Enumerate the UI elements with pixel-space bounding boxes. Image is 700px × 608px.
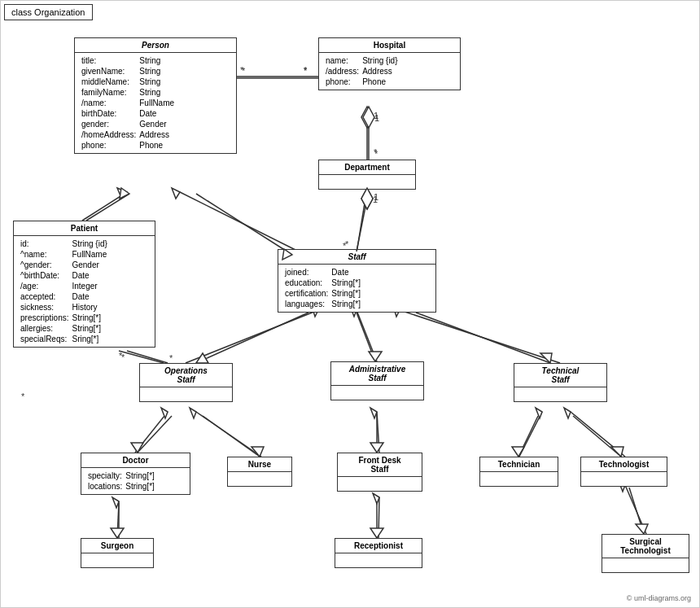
svg-text:*: * <box>21 391 25 401</box>
class-patient: Patient id:String {id} ^name:FullName ^g… <box>13 221 155 348</box>
class-patient-header: Patient <box>14 221 155 236</box>
svg-line-19 <box>400 310 560 363</box>
svg-line-76 <box>117 503 119 538</box>
class-tech-staff-header: TechnicalStaff <box>514 364 606 387</box>
svg-text:*: * <box>304 65 308 75</box>
svg-text:*: * <box>169 353 173 363</box>
class-person: Person title:String givenName:String mid… <box>74 37 237 154</box>
class-receptionist-body <box>335 553 422 567</box>
class-admin-staff-body <box>331 386 423 400</box>
svg-marker-71 <box>370 443 383 453</box>
svg-marker-12 <box>117 188 127 198</box>
class-doctor: Doctor specialty:String[*] locations:Str… <box>81 453 190 495</box>
svg-line-57 <box>127 351 168 363</box>
svg-marker-32 <box>112 497 119 508</box>
svg-marker-65 <box>540 353 552 363</box>
svg-marker-73 <box>512 447 524 457</box>
class-surgeon-header: Surgeon <box>81 539 153 553</box>
svg-marker-63 <box>369 352 382 361</box>
class-surgical-tech-header: SurgicalTechnologist <box>602 535 689 558</box>
class-technician-header: Technician <box>480 457 558 472</box>
class-receptionist: Receptionist <box>335 538 422 568</box>
class-front-desk-body <box>338 477 422 491</box>
svg-text:*: * <box>240 65 244 75</box>
class-technologist-header: Technologist <box>581 457 667 472</box>
svg-line-35 <box>625 485 646 534</box>
svg-marker-69 <box>252 447 264 457</box>
svg-line-38 <box>119 351 164 363</box>
svg-text:1: 1 <box>373 195 378 204</box>
svg-marker-81 <box>636 524 648 534</box>
class-surgeon: Surgeon <box>81 538 154 568</box>
svg-line-21 <box>135 412 168 453</box>
svg-marker-24 <box>190 408 196 418</box>
svg-line-25 <box>377 412 379 453</box>
class-admin-staff: AdministrativeStaff <box>330 361 424 400</box>
svg-text:1: 1 <box>374 113 379 123</box>
svg-marker-34 <box>373 493 379 504</box>
svg-line-7 <box>357 188 367 253</box>
class-person-header: Person <box>75 38 236 53</box>
svg-line-23 <box>196 412 261 457</box>
class-surgical-tech-body <box>602 558 689 572</box>
svg-line-17 <box>357 310 377 361</box>
diagram-title: class Organization <box>4 4 93 20</box>
svg-text:*: * <box>121 352 125 362</box>
class-department-header: Department <box>319 160 415 175</box>
svg-line-64 <box>416 313 550 363</box>
svg-text:*: * <box>374 147 378 157</box>
svg-text:*: * <box>345 239 349 249</box>
class-staff: Staff joined:Date education:String[*] ce… <box>278 249 436 313</box>
class-hospital-body: name:String {id} /address:Address phone:… <box>319 53 460 90</box>
svg-line-74 <box>573 416 621 457</box>
svg-marker-79 <box>370 528 383 538</box>
svg-line-66 <box>138 416 172 453</box>
svg-line-60 <box>196 313 308 363</box>
class-surgeon-body <box>81 553 153 567</box>
svg-line-62 <box>357 313 375 361</box>
class-admin-staff-header: AdministrativeStaff <box>331 362 423 386</box>
svg-line-27 <box>519 412 542 457</box>
svg-line-72 <box>518 416 538 457</box>
class-hospital-header: Hospital <box>319 38 460 53</box>
svg-marker-28 <box>536 408 542 418</box>
uml-diagram: class Organization * * 1 * 1 * <box>0 0 700 608</box>
class-nurse: Nurse <box>227 457 292 487</box>
svg-line-53 <box>86 194 129 221</box>
class-ops-staff: OperationsStaff <box>139 363 233 402</box>
class-nurse-header: Nurse <box>228 457 291 472</box>
svg-line-11 <box>82 192 127 221</box>
class-technologist-body <box>581 472 667 486</box>
svg-marker-26 <box>370 408 377 418</box>
class-nurse-body <box>228 472 291 486</box>
svg-text:*: * <box>119 351 123 361</box>
class-department: Department <box>318 160 416 190</box>
svg-marker-14 <box>172 188 180 199</box>
class-front-desk-header: Front DeskStaff <box>338 453 422 477</box>
svg-marker-77 <box>111 528 124 538</box>
svg-marker-61 <box>196 353 208 363</box>
svg-marker-67 <box>131 443 143 453</box>
svg-marker-50 <box>361 188 373 209</box>
copyright: © uml-diagrams.org <box>627 594 691 602</box>
svg-marker-54 <box>120 188 129 199</box>
class-doctor-header: Doctor <box>81 453 190 468</box>
svg-text:1: 1 <box>374 192 378 202</box>
svg-text:1: 1 <box>374 111 378 120</box>
svg-line-68 <box>203 416 260 457</box>
class-patient-body: id:String {id} ^name:FullName ^gender:Ge… <box>14 236 155 347</box>
svg-marker-22 <box>161 408 168 418</box>
class-hospital: Hospital name:String {id} /address:Addre… <box>318 37 461 90</box>
svg-line-80 <box>629 488 644 534</box>
class-surgical-tech: SurgicalTechnologist <box>602 534 689 573</box>
class-doctor-body: specialty:String[*] locations:String[*] <box>81 468 190 494</box>
class-ops-staff-header: OperationsStaff <box>140 364 232 387</box>
class-department-body <box>319 175 415 189</box>
svg-marker-8 <box>361 188 373 209</box>
class-technologist: Technologist <box>580 457 667 487</box>
class-tech-staff: TechnicalStaff <box>514 363 607 402</box>
class-technician-body <box>480 472 558 486</box>
class-staff-header: Staff <box>278 250 435 265</box>
svg-line-33 <box>378 497 379 538</box>
svg-line-49 <box>357 199 367 252</box>
